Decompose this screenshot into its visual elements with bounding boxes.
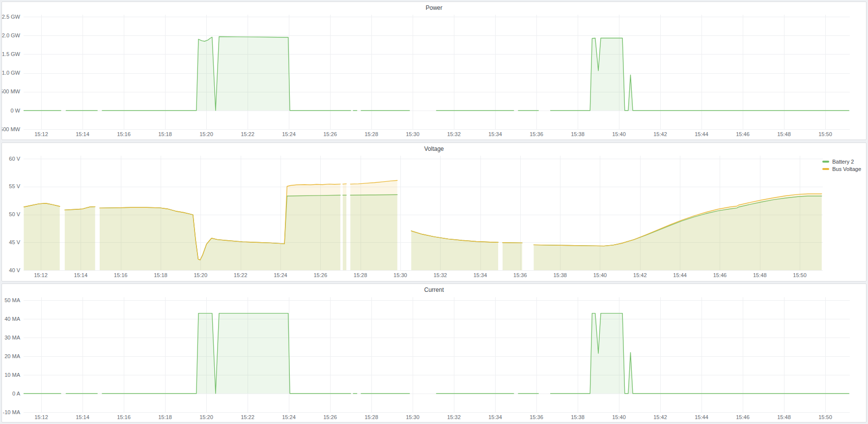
svg-text:55 V: 55 V xyxy=(9,183,20,189)
svg-text:15:24: 15:24 xyxy=(282,414,296,420)
svg-text:15:46: 15:46 xyxy=(736,414,750,420)
svg-text:15:26: 15:26 xyxy=(313,272,327,278)
svg-text:15:26: 15:26 xyxy=(323,414,337,420)
bus-voltage-series-swatch xyxy=(822,168,829,170)
current-panel: Current 50 MA40 MA30 MA20 MA10 MA0 A-10 … xyxy=(1,283,867,423)
power-panel: Power 2.5 GW2.0 GW1.5 GW1.0 GW500 MW0 W-… xyxy=(1,1,867,140)
svg-text:15:22: 15:22 xyxy=(234,272,248,278)
battery-2-series-swatch xyxy=(822,161,829,163)
svg-text:15:50: 15:50 xyxy=(818,414,832,420)
series-line xyxy=(343,184,346,184)
svg-text:15:44: 15:44 xyxy=(695,131,708,137)
svg-text:15:20: 15:20 xyxy=(199,414,213,420)
svg-text:15:36: 15:36 xyxy=(513,272,527,278)
series-area xyxy=(350,180,397,270)
svg-text:0 W: 0 W xyxy=(10,108,20,113)
svg-text:15:32: 15:32 xyxy=(447,131,461,137)
series-area xyxy=(100,184,340,270)
series-area xyxy=(534,194,822,271)
current-panel-title[interactable]: Current xyxy=(2,284,866,296)
svg-text:15:40: 15:40 xyxy=(612,131,626,137)
svg-text:15:14: 15:14 xyxy=(76,414,89,420)
series-area xyxy=(411,231,498,270)
svg-text:1.5 GW: 1.5 GW xyxy=(2,51,21,57)
svg-text:15:46: 15:46 xyxy=(736,131,750,137)
svg-text:15:14: 15:14 xyxy=(76,131,89,137)
legend-label-battery-2: Battery 2 xyxy=(832,159,854,165)
svg-text:15:32: 15:32 xyxy=(433,272,447,278)
svg-text:15:18: 15:18 xyxy=(154,272,168,278)
svg-text:15:42: 15:42 xyxy=(653,414,667,420)
svg-text:15:22: 15:22 xyxy=(241,414,254,420)
series-area xyxy=(24,203,59,270)
svg-text:40 MA: 40 MA xyxy=(4,316,20,322)
svg-text:15:38: 15:38 xyxy=(571,414,585,420)
svg-text:15:20: 15:20 xyxy=(194,272,208,278)
series-area xyxy=(343,184,346,270)
svg-text:15:12: 15:12 xyxy=(34,414,48,420)
svg-text:15:24: 15:24 xyxy=(274,272,287,278)
svg-text:0 A: 0 A xyxy=(12,391,21,396)
svg-text:15:12: 15:12 xyxy=(34,131,48,137)
svg-text:15:40: 15:40 xyxy=(593,272,607,278)
svg-text:15:16: 15:16 xyxy=(114,272,128,278)
svg-text:15:18: 15:18 xyxy=(158,131,172,137)
svg-text:15:30: 15:30 xyxy=(406,131,420,137)
series-area xyxy=(551,38,849,111)
svg-text:15:20: 15:20 xyxy=(199,131,213,137)
svg-text:15:34: 15:34 xyxy=(474,272,487,278)
svg-text:30 MA: 30 MA xyxy=(4,335,20,340)
svg-text:15:42: 15:42 xyxy=(653,131,667,137)
svg-text:10 MA: 10 MA xyxy=(4,372,20,378)
svg-text:50 V: 50 V xyxy=(9,211,20,217)
svg-text:15:44: 15:44 xyxy=(673,272,687,278)
axis-labels: 50 MA40 MA30 MA20 MA10 MA0 A-10 MA15:121… xyxy=(3,297,832,421)
svg-text:15:38: 15:38 xyxy=(571,131,585,137)
svg-text:2.5 GW: 2.5 GW xyxy=(2,14,21,20)
svg-text:15:30: 15:30 xyxy=(406,414,420,420)
svg-text:15:34: 15:34 xyxy=(488,131,502,137)
series-group xyxy=(24,313,849,394)
svg-text:15:44: 15:44 xyxy=(695,414,708,420)
svg-text:15:28: 15:28 xyxy=(364,414,378,420)
svg-text:50 MA: 50 MA xyxy=(4,297,20,303)
legend-item-battery-2[interactable]: Battery 2 xyxy=(822,158,861,165)
voltage-panel-title[interactable]: Voltage xyxy=(2,143,866,155)
legend-label-bus-voltage: Bus Voltage xyxy=(832,166,861,172)
svg-text:15:16: 15:16 xyxy=(117,414,131,420)
svg-text:20 MA: 20 MA xyxy=(4,353,20,359)
svg-text:15:32: 15:32 xyxy=(447,414,461,420)
svg-text:15:30: 15:30 xyxy=(393,272,407,278)
svg-text:1.0 GW: 1.0 GW xyxy=(2,70,21,76)
svg-text:15:34: 15:34 xyxy=(488,414,502,420)
voltage-panel: Voltage 60 V55 V50 V45 V40 V15:1215:1415… xyxy=(1,142,867,282)
svg-text:15:48: 15:48 xyxy=(777,414,791,420)
series-area xyxy=(65,207,95,270)
current-chart[interactable]: 50 MA40 MA30 MA20 MA10 MA0 A-10 MA15:121… xyxy=(2,284,866,422)
svg-text:15:48: 15:48 xyxy=(753,272,767,278)
svg-text:15:12: 15:12 xyxy=(34,272,48,278)
power-chart[interactable]: 2.5 GW2.0 GW1.5 GW1.0 GW500 MW0 W-500 MW… xyxy=(2,2,866,140)
series-area xyxy=(102,313,351,394)
svg-text:45 V: 45 V xyxy=(9,239,20,245)
series-group xyxy=(24,180,821,270)
svg-text:60 V: 60 V xyxy=(9,156,20,162)
voltage-chart[interactable]: 60 V55 V50 V45 V40 V15:1215:1415:1615:18… xyxy=(2,143,866,281)
grid xyxy=(24,15,850,130)
series-line xyxy=(503,243,522,243)
svg-text:15:36: 15:36 xyxy=(530,414,543,420)
svg-text:15:36: 15:36 xyxy=(530,131,543,137)
series-area xyxy=(551,313,849,394)
svg-text:40 V: 40 V xyxy=(9,267,20,273)
svg-text:2.0 GW: 2.0 GW xyxy=(2,32,21,38)
svg-text:15:28: 15:28 xyxy=(364,131,378,137)
grafana-dashboard: Power 2.5 GW2.0 GW1.5 GW1.0 GW500 MW0 W-… xyxy=(0,0,868,424)
svg-text:15:46: 15:46 xyxy=(713,272,727,278)
svg-text:500 MW: 500 MW xyxy=(2,88,21,94)
legend-item-bus-voltage[interactable]: Bus Voltage xyxy=(822,165,861,172)
svg-text:15:24: 15:24 xyxy=(282,131,296,137)
voltage-legend: Battery 2 Bus Voltage xyxy=(822,158,861,172)
svg-text:-10 MA: -10 MA xyxy=(3,409,21,415)
svg-text:15:18: 15:18 xyxy=(158,414,172,420)
power-panel-title[interactable]: Power xyxy=(2,2,866,14)
